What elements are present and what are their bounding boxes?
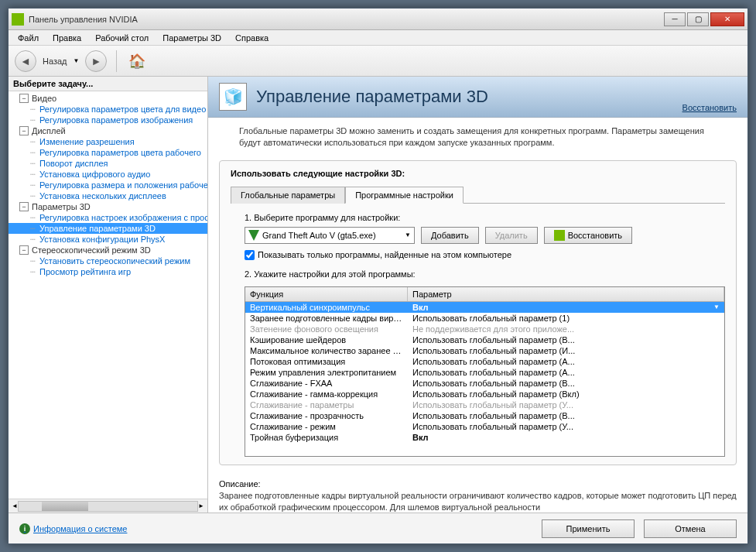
tree-item[interactable]: Установка нескольких дисплеев [9, 190, 207, 201]
settings-grid: Функция Параметр Вертикальный синхроимпу… [245, 286, 725, 458]
collapse-icon[interactable]: − [19, 94, 29, 103]
cell-function: Сглаживание - прозрачность [245, 410, 408, 421]
step1-label: 1. Выберите программу для настройки: [245, 213, 725, 222]
system-info-link[interactable]: iИнформация о системе [19, 523, 127, 534]
table-row[interactable]: Максимальное количество заранее под...Ис… [245, 345, 724, 356]
cell-parameter[interactable]: Использовать глобальный параметр (В... [408, 334, 724, 345]
window-title: Панель управления NVIDIA [29, 15, 664, 24]
program-dropdown[interactable]: Grand Theft Auto V (gta5.exe) ▼ [245, 227, 415, 244]
add-button[interactable]: Добавить [421, 227, 479, 244]
scroll-thumb[interactable] [42, 502, 88, 511]
grid-body[interactable]: Вертикальный синхроимпульсВкл▼Заранее по… [245, 302, 724, 457]
cell-parameter[interactable]: Использовать глобальный параметр (В... [408, 410, 724, 421]
collapse-icon[interactable]: − [19, 126, 29, 135]
description-text: Заранее подготовленные кадры виртуальной… [219, 490, 737, 513]
minimize-button[interactable]: ─ [664, 12, 686, 26]
app-window: Панель управления NVIDIA ─ ▢ ✕ Файл Прав… [8, 8, 748, 544]
restore-button[interactable]: Восстановить [544, 227, 632, 244]
chevron-down-icon[interactable]: ▼ [713, 303, 720, 310]
col-parameter[interactable]: Параметр [408, 287, 724, 301]
menu-file[interactable]: Файл [12, 32, 45, 44]
tab-global[interactable]: Глобальные параметры [231, 187, 345, 204]
tree-group[interactable]: −Параметры 3D [9, 201, 207, 212]
tree-item[interactable]: Регулировка параметров изображения [9, 115, 207, 125]
cell-function: Тройная буферизация [245, 432, 408, 443]
remove-button[interactable]: Удалить [485, 227, 538, 244]
home-icon[interactable]: 🏠 [126, 50, 148, 72]
table-row[interactable]: Сглаживание - FXAAИспользовать глобальны… [245, 378, 724, 389]
table-row[interactable]: Заранее подготовленные кадры вирту...Исп… [245, 313, 724, 324]
tree-item[interactable]: Регулировка параметров цвета для видео [9, 104, 207, 115]
footer: iИнформация о системе Применить Отмена [9, 513, 747, 543]
cell-parameter[interactable]: Использовать глобальный параметр (В... [408, 378, 724, 389]
sidebar-hscroll[interactable]: ◄ ► [9, 499, 207, 513]
cell-parameter[interactable]: Не поддерживается для этого приложе... [408, 324, 724, 334]
page-description: Глобальные параметры 3D можно заменить и… [208, 118, 747, 157]
show-only-checkbox[interactable]: Показывать только программы, найденные н… [245, 250, 725, 260]
table-row[interactable]: Потоковая оптимизацияИспользовать глобал… [245, 356, 724, 367]
nvidia-icon [554, 230, 565, 241]
table-row[interactable]: Сглаживание - гамма-коррекцияИспользоват… [245, 389, 724, 399]
tree-group[interactable]: −Видео [9, 93, 207, 104]
tree-group-label: Параметры 3D [32, 202, 91, 211]
close-button[interactable]: ✕ [710, 12, 744, 26]
tree-item[interactable]: Установка конфигурации PhysX [9, 234, 207, 245]
tree-item[interactable]: Поворот дисплея [9, 158, 207, 169]
tree-item[interactable]: Регулировка настроек изображения с просм… [9, 212, 207, 223]
cancel-button[interactable]: Отмена [644, 519, 737, 538]
maximize-button[interactable]: ▢ [687, 12, 709, 26]
cell-function: Сглаживание - FXAA [245, 378, 408, 389]
collapse-icon[interactable]: − [19, 202, 29, 211]
table-row[interactable]: Кэширование шейдеровИспользовать глобаль… [245, 334, 724, 345]
apply-button[interactable]: Применить [542, 519, 635, 538]
table-row[interactable]: Вертикальный синхроимпульсВкл▼ [245, 302, 724, 313]
cell-parameter[interactable]: Вкл▼ [408, 302, 724, 313]
table-row[interactable]: Тройная буферизацияВкл [245, 432, 724, 443]
menu-help[interactable]: Справка [229, 32, 275, 44]
cell-parameter[interactable]: Использовать глобальный параметр (И... [408, 345, 724, 356]
cell-parameter[interactable]: Использовать глобальный параметр (А... [408, 367, 724, 378]
tree-item[interactable]: Изменение разрешения [9, 136, 207, 147]
cell-parameter[interactable]: Использовать глобальный параметр (Вкл) [408, 389, 724, 399]
forward-button[interactable]: ► [85, 50, 107, 72]
page-title: Управление параметрами 3D [256, 87, 488, 107]
tabs: Глобальные параметры Программные настрой… [231, 186, 725, 204]
table-row[interactable]: Сглаживание - параметрыИспользовать глоб… [245, 399, 724, 410]
tree-group[interactable]: −Дисплей [9, 125, 207, 136]
col-function[interactable]: Функция [245, 287, 408, 301]
cell-parameter[interactable]: Вкл [408, 432, 724, 443]
table-row[interactable]: Режим управления электропитаниемИспользо… [245, 367, 724, 378]
program-row: Grand Theft Auto V (gta5.exe) ▼ Добавить… [245, 227, 725, 244]
back-label: Назад [43, 57, 67, 66]
separator [116, 50, 117, 72]
tree-item[interactable]: Установить стереоскопический режим [9, 255, 207, 266]
tab-program[interactable]: Программные настройки [345, 187, 464, 204]
scroll-track[interactable] [18, 501, 198, 512]
table-row[interactable]: Сглаживание - режимИспользовать глобальн… [245, 421, 724, 432]
chevron-down-icon: ▼ [405, 231, 411, 238]
menu-edit[interactable]: Правка [46, 32, 87, 44]
cell-parameter[interactable]: Использовать глобальный параметр (А... [408, 356, 724, 367]
back-dropdown-icon[interactable]: ▼ [74, 57, 80, 64]
titlebar[interactable]: Панель управления NVIDIA ─ ▢ ✕ [9, 9, 747, 30]
tree-item[interactable]: Регулировка размера и положения рабочего [9, 180, 207, 190]
tree-item[interactable]: Просмотр рейтинга игр [9, 266, 207, 277]
menu-3d[interactable]: Параметры 3D [156, 32, 227, 44]
back-button[interactable]: ◄ [15, 50, 36, 72]
show-only-input[interactable] [245, 250, 255, 260]
menu-desktop[interactable]: Рабочий стол [89, 32, 155, 44]
task-tree: −ВидеоРегулировка параметров цвета для в… [9, 91, 207, 499]
tree-group[interactable]: −Стереоскопический режим 3D [9, 245, 207, 255]
cell-parameter[interactable]: Использовать глобальный параметр (У... [408, 399, 724, 410]
table-row[interactable]: Сглаживание - прозрачностьИспользовать г… [245, 410, 724, 421]
collapse-icon[interactable]: − [19, 245, 29, 255]
hero-icon: 🧊 [219, 83, 247, 111]
hero: 🧊 Управление параметрами 3D Восстановить [208, 77, 747, 118]
tree-item[interactable]: Управление параметрами 3D [9, 223, 207, 234]
table-row[interactable]: Затенение фонового освещенияНе поддержив… [245, 324, 724, 334]
cell-parameter[interactable]: Использовать глобальный параметр (1) [408, 313, 724, 324]
tree-item[interactable]: Установка цифрового аудио [9, 169, 207, 180]
cell-parameter[interactable]: Использовать глобальный параметр (У... [408, 421, 724, 432]
restore-link[interactable]: Восстановить [682, 103, 737, 112]
tree-item[interactable]: Регулировка параметров цвета рабочего [9, 147, 207, 158]
